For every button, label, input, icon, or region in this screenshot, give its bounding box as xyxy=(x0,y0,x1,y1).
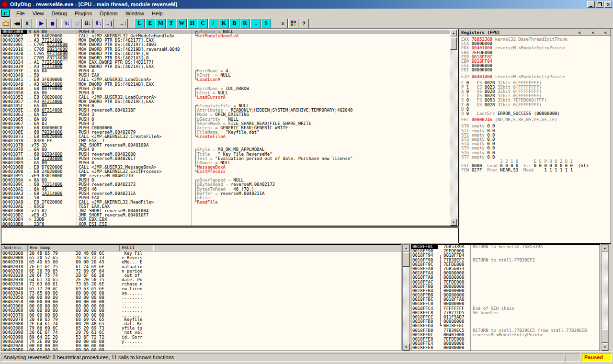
scroll-down-icon[interactable]: ▼ xyxy=(602,344,608,351)
dump-row[interactable]: 0040203064 61 74 652E 20 50 75date. Pu xyxy=(1,278,401,282)
register-line[interactable]: EFL 00000246 (NO,NB,E,BE,NS,PE,GE,LE) xyxy=(461,118,611,122)
menu-options[interactable]: Options xyxy=(96,10,122,17)
restore-button[interactable] xyxy=(596,1,603,8)
dump-address-header[interactable]: Address xyxy=(1,245,28,251)
dump-row[interactable]: 0040201876 61 6C 7561 74 69 6Fvaluatio xyxy=(1,265,401,269)
scroll-up-icon[interactable]: ▲ xyxy=(450,30,457,36)
disasm-row[interactable]: 004010B4> 33DBXOR EBX,EBX xyxy=(1,217,451,222)
disasm-row[interactable]: 0040106E. 68 79204000PUSH reverseM.00402… xyxy=(1,130,451,135)
disasm-row[interactable]: 00401067. 6A 03PUSH 3│ShareMode = FILE_S… xyxy=(1,122,451,126)
disasm-row[interactable]: 00401020. C705 9F214000MOV DWORD PTR DS:… xyxy=(1,52,451,56)
disasm-row[interactable]: 00401000$ 6A 00PUSH 0┌pModule = NULL xyxy=(1,30,451,34)
disasm-row[interactable]: 0040109C. 68 73214000PUSH reverseM.00402… xyxy=(1,182,451,187)
close-program-button[interactable]: X xyxy=(22,19,32,28)
disasm-row[interactable]: 0040107F. 68 00204000PUSH reverseM.00402… xyxy=(1,152,451,157)
disasm-row[interactable]: 00401078. 83F8 FFCMP EAX,-1 xyxy=(1,139,451,143)
disasm-row[interactable]: 00401084. 68 17204000PUSH reverseM.00402… xyxy=(1,157,451,161)
menu-window[interactable]: Window xyxy=(122,10,148,17)
disasm-row[interactable]: 0040103E. 6A 04PUSH 4┌RsrcName = 4. xyxy=(1,69,451,73)
stack-row[interactable]: 0018FF8C7685339ARETURN to kernel32.76853… xyxy=(411,245,600,249)
disasm-row[interactable]: 00401002. E8 64020000CALL <JMP.&KERNEL32… xyxy=(1,34,451,38)
breakpoints-window-button[interactable]: B xyxy=(229,19,239,28)
disasm-row[interactable]: 00401046. A3 AB214000MOV DWORD PTR DS:[4… xyxy=(1,82,451,87)
disasm-row[interactable]: 0040100C. C705 97214000MOV DWORD PTR DS:… xyxy=(1,43,451,47)
memory-window-button[interactable]: M xyxy=(156,19,166,28)
dump-row[interactable]: 0040204873 65 00 0000 00 00 00se...... xyxy=(1,291,401,296)
windows-window-button[interactable]: W xyxy=(177,19,187,28)
register-line[interactable]: T 0 GS 002B 32bit 0(FFFFFFFF) xyxy=(461,103,611,107)
dump-row[interactable]: 0040200020 4B 65 7920 46 69 6C Key Fil xyxy=(1,251,401,256)
dump-row[interactable]: 004020A079 2E 00 0000 00 00 00y....... xyxy=(1,340,401,344)
dump-row[interactable]: 0040201065 4D 65 0000 00 20 45eMe... E xyxy=(1,260,401,264)
executables-window-button[interactable]: E xyxy=(145,19,155,28)
source-window-button[interactable]: S xyxy=(261,19,271,28)
run-button[interactable]: ▶ xyxy=(36,19,46,28)
menu-help[interactable]: Help xyxy=(148,10,167,17)
disasm-row[interactable]: 00401050. 6A 00PUSH 0│hInst = NULL xyxy=(1,91,451,95)
stack-row[interactable]: 0018FFDC00401000reverseM.<ModuleEntryPoi… xyxy=(411,333,600,337)
run-trace-window-button[interactable]: ... xyxy=(250,19,261,28)
dump-row[interactable]: 0040209869 64 2E 2053 6F 72 72id. Sorr xyxy=(1,335,401,340)
dump-row[interactable]: 004020206E 20 70 6572 69 6F 64n period xyxy=(1,269,401,273)
disasm-row[interactable]: 004010A1. 6A 46PUSH 46│BytesToRead = 46 … xyxy=(1,187,451,192)
scroll-up-icon[interactable]: ▲ xyxy=(403,245,409,251)
scrollbar-thumb[interactable] xyxy=(450,37,457,50)
disasm-row[interactable]: 004010B0.∨75 02JNZ SHORT reverseM.004010… xyxy=(1,209,451,213)
stack-row[interactable]: 0018FFE800000000 xyxy=(411,346,600,350)
log-window-button[interactable]: L xyxy=(135,19,145,28)
dump-row[interactable]: 0040205800 00 00 0000 00 00 00........ xyxy=(1,300,401,304)
minimize-button[interactable] xyxy=(587,1,595,8)
dump-row[interactable]: 0040203872 63 68 6173 65 20 6Erchase n xyxy=(1,282,401,286)
call-stack-window-button[interactable]: K xyxy=(219,19,229,28)
disasm-row[interactable]: 00401041. E8 3F030000CALL <JMP.&USER32.L… xyxy=(1,78,451,82)
logging-options-button[interactable]: ≡ xyxy=(278,19,288,28)
threads-window-button[interactable]: T xyxy=(166,19,176,28)
menu-file[interactable]: File xyxy=(12,10,29,17)
register-line[interactable]: EIP 00401000 reverseM.<ModuleEntryPoint> xyxy=(461,75,611,79)
disasm-row[interactable]: 004010B2.∨EB 43JMP SHORT reverseM.004010… xyxy=(1,213,451,217)
disasm-row[interactable]: 00401007. A3 77214000MOV DWORD PTR DS:[4… xyxy=(1,38,451,43)
scroll-down-icon[interactable]: ▼ xyxy=(450,219,457,226)
disasm-row[interactable]: 00401063. 6A 03PUSH 3│Mode = OPEN_EXISTI… xyxy=(1,113,451,117)
animate-over-button[interactable]: ⇓: xyxy=(93,19,103,28)
register-line[interactable]: O 0 LastErr ERROR_SUCCESS (00000000) xyxy=(461,112,611,116)
dump-row[interactable]: 0040202820 6F 75 7420 6F 66 20 out of xyxy=(1,273,401,278)
dump-row[interactable]: 0040206000 00 00 0000 00 00 00........ xyxy=(1,304,401,308)
disasm-row[interactable]: 00401089. 6A 00PUSH 0│hOwner = NULL xyxy=(1,161,451,165)
pause-button[interactable]: ▮▮ xyxy=(47,19,57,28)
scroll-down-icon[interactable]: ▼ xyxy=(403,344,409,351)
cpu-window-button[interactable]: C xyxy=(198,19,208,28)
stack-row[interactable]: 0018FFD877B39EC5RETURN to ntdll.77B39EC5… xyxy=(411,329,600,333)
dump-hex-header[interactable]: Hex dump xyxy=(28,245,120,251)
disasm-row[interactable]: 00401039. A3 A7214000MOV DWORD PTR DS:[4… xyxy=(1,65,451,69)
dump-row[interactable]: 004020A800 00 00 0000 00 00 00........ xyxy=(1,344,401,348)
disasm-row[interactable]: 00401034. A1 77214000MOV EAX,DWORD PTR D… xyxy=(1,60,451,65)
dump-scrollbar[interactable]: ▲ ▼ xyxy=(402,244,410,351)
go-to-button[interactable]: →: xyxy=(118,19,128,28)
dump-row[interactable]: 0040208879 66 69 6C65 20 69 73yfile is xyxy=(1,326,401,330)
disasm-row[interactable]: 004010A9. E8 2F020000CALL <JMP.&KERNEL32… xyxy=(1,200,451,205)
disasm-row[interactable]: 00401065. 6A 00PUSH 0│pSecurity = NULL xyxy=(1,117,451,122)
menu-view[interactable]: View xyxy=(29,10,48,17)
dump-row[interactable]: 0040206800 00 00 0000 00 00 00........ xyxy=(1,308,401,313)
menu-plugins[interactable]: Plugins xyxy=(71,10,96,17)
disasm-row[interactable]: 0040105E. 68 6F214000PUSH reverseM.00402… xyxy=(1,108,451,113)
disasm-row[interactable]: 0040107B.∨75 1DJNZ SHORT reverseM.004010… xyxy=(1,143,451,148)
disassembly-scrollbar[interactable]: ▲ ▼ xyxy=(450,30,458,226)
dump-row[interactable]: 0040207820 4B 65 7966 69 6C 65 Keyfile xyxy=(1,318,401,322)
step-over-button[interactable]: ↓: xyxy=(72,19,82,28)
dump-row[interactable]: 0040204065 77 20 6C69 63 65 6Eew licen xyxy=(1,287,401,291)
dump-row[interactable]: 0040209020 6E 6F 7420 76 61 6C not val xyxy=(1,330,401,335)
disasm-row[interactable]: 00401073. E8 0B020000CALL <JMP.&KERNEL32… xyxy=(1,135,451,139)
disasm-row[interactable]: 00401040. 50PUSH EAX│hInst => NULL xyxy=(1,73,451,78)
registers-next-icon[interactable]: < xyxy=(604,30,607,35)
restart-button[interactable]: ◀◀ xyxy=(11,19,22,28)
disasm-row[interactable]: 004010AE. 85C0TEST EAX,EAX xyxy=(1,205,451,209)
handles-window-button[interactable]: H xyxy=(187,19,197,28)
scrollbar-thumb[interactable] xyxy=(602,330,608,343)
stack-scrollbar[interactable]: ▲ ▼ xyxy=(601,244,609,351)
patches-window-button[interactable]: / xyxy=(208,19,218,28)
dump-row[interactable]: 0040205000 00 00 0000 00 00 00........ xyxy=(1,296,401,300)
references-window-button[interactable]: R xyxy=(240,19,250,28)
disasm-row[interactable]: 0040107D. 6A 00PUSH 0┌Style = MB_OK¦MB_A… xyxy=(1,148,451,152)
